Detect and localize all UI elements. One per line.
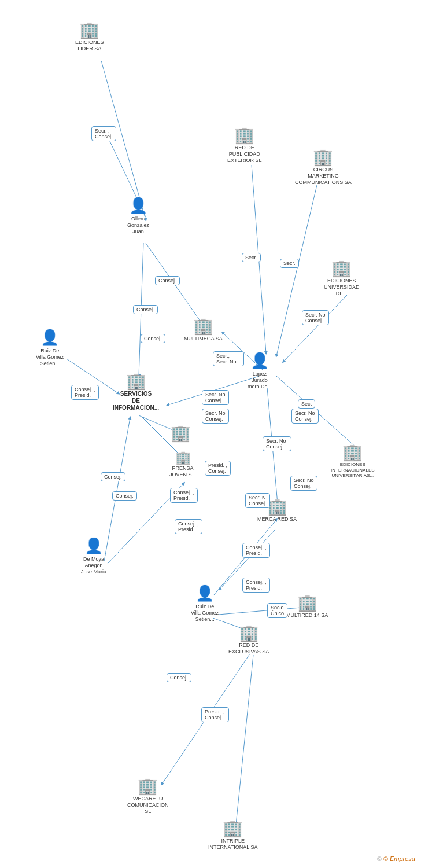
copyright: © © Empresa (377, 855, 415, 862)
node-ollero: 👤 Ollero Gonzalez Juan (127, 197, 149, 234)
node-label: EDICIONES UNIVERSIDAD DE... (324, 278, 360, 296)
badge-secr-no-consej-6: Secr. NoConsej. (290, 476, 317, 491)
node-label: EDICIONES LIDER SA (75, 39, 104, 52)
badge-sect-bottom: Sect (298, 399, 315, 409)
node-multimega: 🏢 MULTIMEGA SA (184, 318, 223, 342)
node-multired: 🏢 MULTIRED 14 SA (286, 595, 328, 619)
node-label: Lopez Jurado mero De... (248, 371, 272, 389)
badge-consej-5: Consej. (112, 491, 137, 501)
node-label: EDICIONES INTERNACIONALES UNIVERSITARIAS… (331, 462, 375, 479)
building-icon: 🏢 (79, 22, 99, 38)
node-red-publicidad: 🏢 RED DE PUBLICIDAD EXTERIOR SL (227, 127, 262, 163)
badge-socio-unico: SocioÚnico (267, 603, 287, 618)
building-icon: 🏢 (175, 451, 191, 464)
building-icon: 🏢 (239, 625, 259, 641)
node-ruiz-top: 👤 Ruiz De Villa Gomez Setien... (36, 329, 64, 366)
badge-secr-no-consej-4: Secr. NoConsej. (291, 409, 319, 424)
badge-consej-presid-3: Consej. ,Presid. (175, 519, 202, 534)
badge-secr-2: Secr. (280, 259, 299, 268)
badge-consej-2: Consej. (133, 305, 158, 314)
node-ediciones-lider: 🏢 EDICIONES LIDER SA (75, 22, 104, 52)
svg-line-15 (104, 418, 130, 561)
building-icon: 🏢 (342, 444, 363, 461)
node-lopez: 👤 Lopez Jurado mero De... (248, 352, 272, 389)
person-icon: 👤 (40, 329, 59, 347)
badge-consej-presid-5: Consej. ,Presid. (242, 578, 270, 593)
node-unnamed1: 🏢 (171, 425, 191, 442)
building-icon: 🏢 (171, 425, 191, 442)
person-icon: 👤 (250, 352, 269, 370)
badge-consej-3: Consej. (141, 334, 165, 343)
node-label: Ruiz De Villa Gomez Setien... (36, 348, 64, 366)
node-label: RED DE PUBLICIDAD EXTERIOR SL (227, 145, 262, 163)
node-ediciones-internacionales: 🏢 EDICIONES INTERNACIONALES UNIVERSITARI… (331, 444, 375, 479)
building-icon-orange: 🏢 (126, 373, 146, 389)
connections-svg (0, 0, 421, 868)
node-label: De Moya Anegon Jose Maria (81, 556, 106, 575)
node-prensa-joven: 🏢 PRENSA JOVEN S... (169, 451, 196, 478)
badge-presid-consej-2: Presid. ,Consej... (201, 707, 229, 722)
svg-line-6 (283, 295, 347, 362)
node-label: CIRCUS MARKETING COMMUNICATIONS SA (295, 167, 352, 185)
badge-secr-consej-1: Secr. ,Consej. (91, 126, 116, 141)
badge-secr-no-consej-5: Secr. NoConsej.... (263, 436, 291, 451)
badge-secr-secr-no: Secr.,Secr. No... (213, 351, 244, 366)
node-ruiz-bottom: 👤 Ruiz De Villa Gomez Setien... (191, 584, 219, 622)
badge-consej-presid-2: Consej. ,Presid. (170, 488, 198, 503)
building-icon: 🏢 (331, 260, 352, 277)
node-label: Ollero Gonzalez Juan (127, 216, 149, 234)
badge-secr-no-consej-2: Secr. NoConsej. (202, 390, 229, 405)
node-label: MULTIMEGA SA (184, 336, 223, 342)
node-label: Ruiz De Villa Gomez Setien... (191, 604, 219, 622)
badge-consej-presid-4: Consej. ,Presid. (242, 543, 270, 558)
badge-secr-n-consej: Secr. NConsej. (245, 493, 270, 508)
node-servicios: 🏢 SERVICIOS DE INFORMACION... (113, 373, 159, 411)
badge-consej-4: Consej. (101, 472, 125, 481)
badge-consej-1: Consej. (155, 276, 180, 285)
badge-consej-presid-1: Consej. ,Presid. (71, 385, 99, 400)
badge-secr-no-consej-1: Secr. NoConsej. (302, 310, 329, 325)
svg-line-20 (236, 655, 253, 825)
copyright-brand: © Empresa (383, 855, 415, 862)
building-icon: 🏢 (267, 499, 287, 515)
node-label: INTRIPLE INTERNATIONAL SA (208, 838, 258, 851)
badge-secr-no-consej-3: Secr. NoConsej. (202, 409, 229, 424)
node-label: RED DE EXCLUSIVAS SA (228, 642, 269, 655)
svg-line-5 (276, 185, 317, 356)
badge-consej-6: Consej. (167, 673, 191, 682)
node-red-exclusivas: 🏢 RED DE EXCLUSIVAS SA (228, 625, 269, 655)
building-icon: 🏢 (193, 318, 213, 334)
building-icon: 🏢 (313, 149, 333, 165)
node-intriple: 🏢 INTRIPLE INTERNATIONAL SA (208, 821, 258, 851)
node-circus: 🏢 CIRCUS MARKETING COMMUNICATIONS SA (295, 149, 352, 185)
node-label: MERCA RED SA (257, 516, 297, 523)
node-label: SERVICIOS DE INFORMACION... (113, 391, 159, 411)
person-icon: 👤 (129, 197, 147, 215)
node-ediciones-universidad: 🏢 EDICIONES UNIVERSIDAD DE... (324, 260, 360, 296)
building-icon: 🏢 (223, 821, 243, 837)
person-icon: 👤 (84, 537, 103, 555)
building-icon: 🏢 (138, 778, 158, 795)
building-icon: 🏢 (297, 595, 317, 611)
node-de-moya: 👤 De Moya Anegon Jose Maria (81, 537, 106, 575)
badge-secr-1: Secr. (242, 253, 261, 262)
node-wecare: 🏢 WECARE- U COMUNICACION SL (127, 778, 169, 814)
badge-presid-consej-1: Presid. ,Consej. (205, 461, 231, 476)
building-icon: 🏢 (234, 127, 254, 144)
node-label: MULTIRED 14 SA (286, 612, 328, 619)
node-label: WECARE- U COMUNICACION SL (127, 796, 169, 814)
node-label: PRENSA JOVEN S... (169, 465, 196, 478)
person-icon: 👤 (195, 584, 214, 602)
